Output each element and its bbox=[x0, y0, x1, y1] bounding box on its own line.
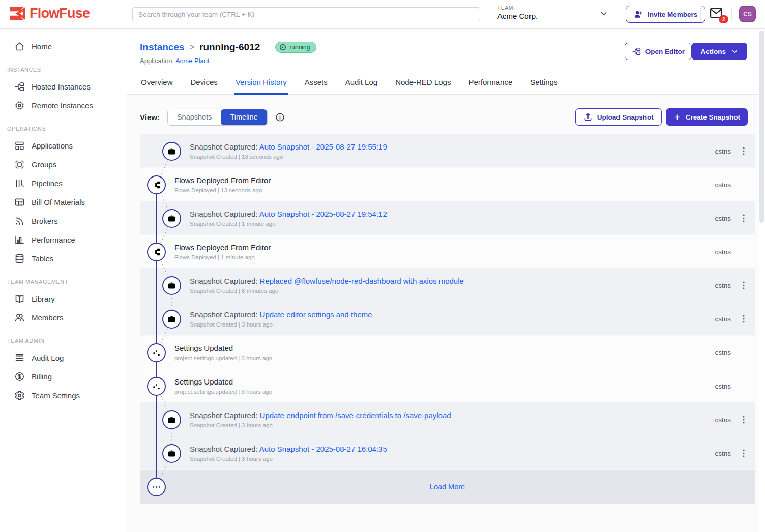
team-selector[interactable]: TEAM: Acme Corp. bbox=[497, 5, 538, 20]
camera-icon bbox=[162, 276, 181, 295]
tab-assets[interactable]: Assets bbox=[304, 73, 329, 95]
tab-version-history[interactable]: Version History bbox=[234, 73, 288, 95]
open-editor-button[interactable]: Open Editor bbox=[625, 43, 692, 60]
snapshot-link[interactable]: Update editor settings and theme bbox=[260, 310, 372, 319]
timeline-panel: Snapshot Captured: Auto Snapshot - 2025-… bbox=[140, 134, 755, 504]
timeline-row-snapshot: Snapshot Captured: Auto Snapshot - 2025-… bbox=[140, 201, 755, 235]
create-snapshot-label: Create Snapshot bbox=[686, 113, 740, 121]
kebab-menu-icon[interactable] bbox=[739, 415, 749, 425]
snapshot-link[interactable]: Auto Snapshot - 2025-08-27 19:55:19 bbox=[259, 142, 387, 151]
upload-snapshot-label: Upload Snapshot bbox=[597, 113, 654, 121]
sidebar-item-applications[interactable]: Applications bbox=[0, 136, 126, 155]
kebab-menu-icon[interactable] bbox=[739, 146, 749, 156]
toggle-snapshots[interactable]: Snapshots bbox=[168, 109, 221, 125]
home-icon bbox=[14, 41, 25, 52]
actions-button[interactable]: Actions bbox=[692, 43, 747, 60]
info-icon[interactable] bbox=[275, 112, 285, 122]
actions-label: Actions bbox=[700, 48, 726, 55]
snapshot-link[interactable]: Update endpoint from /save-credentials t… bbox=[260, 411, 451, 420]
camera-icon bbox=[162, 410, 181, 429]
timeline-row-user: cstns bbox=[715, 147, 731, 155]
sliders-icon bbox=[147, 343, 166, 362]
notifications-button[interactable]: 2 bbox=[709, 7, 723, 19]
flowfuse-logo[interactable]: FlowFuse bbox=[9, 6, 90, 21]
timeline-row-meta: project.settings.updated | 3 hours ago bbox=[174, 355, 755, 361]
breadcrumb-separator: > bbox=[190, 43, 194, 52]
list-lines-icon bbox=[14, 352, 25, 363]
sidebar-item-hosted-instances[interactable]: Hosted Instances bbox=[0, 77, 126, 96]
snapshot-link[interactable]: Replaced @flowfuse/node-red-dashboard wi… bbox=[260, 277, 464, 285]
status-label: running bbox=[289, 44, 310, 51]
timeline-row-title: Snapshot Captured: Update editor setting… bbox=[190, 310, 755, 319]
scrollbar-thumb[interactable] bbox=[759, 31, 764, 223]
snapshot-title-prefix: Snapshot Captured: bbox=[190, 142, 259, 151]
invite-members-button[interactable]: Invite Members bbox=[626, 6, 705, 23]
sidebar-item-home[interactable]: Home bbox=[0, 37, 126, 56]
version-history-body: View: Snapshots Timeline Upload Snapshot bbox=[127, 95, 758, 532]
timeline-row-snapshot: Snapshot Captured: Auto Snapshot - 2025-… bbox=[140, 134, 755, 168]
timeline-row-title: Flows Deployed From Editor bbox=[174, 243, 755, 252]
flowfuse-logo-icon bbox=[9, 6, 25, 21]
tab-settings[interactable]: Settings bbox=[529, 73, 558, 95]
timeline-row-user: cstns bbox=[715, 315, 731, 323]
play-circle-icon bbox=[279, 44, 286, 51]
upload-snapshot-button[interactable]: Upload Snapshot bbox=[575, 108, 662, 126]
kebab-menu-icon[interactable] bbox=[739, 213, 749, 223]
create-snapshot-button[interactable]: Create Snapshot bbox=[666, 108, 748, 126]
application-link[interactable]: Acme Plant bbox=[175, 57, 209, 65]
brand-wordmark: FlowFuse bbox=[30, 6, 90, 21]
sliders-icon bbox=[147, 377, 166, 396]
timeline-row-title: Snapshot Captured: Replaced @flowfuse/no… bbox=[190, 277, 755, 285]
sidebar-item-performance[interactable]: Performance bbox=[0, 230, 126, 249]
sidebar-item-label: Hosted Instances bbox=[32, 82, 91, 91]
sidebar-item-library[interactable]: Library bbox=[0, 289, 126, 308]
main-content: Instances > running-6012 running Applica… bbox=[127, 29, 758, 532]
sidebar-item-label: Bill Of Materials bbox=[32, 198, 85, 206]
toggle-timeline[interactable]: Timeline bbox=[221, 109, 267, 125]
chevron-down-icon bbox=[731, 48, 739, 55]
bar-chart-icon bbox=[14, 234, 25, 245]
header-divider bbox=[731, 7, 732, 21]
instance-header: Instances > running-6012 running Applica… bbox=[127, 29, 758, 65]
team-label: TEAM: bbox=[497, 5, 538, 11]
kebab-menu-icon[interactable] bbox=[739, 314, 749, 324]
sidebar-item-label: Performance bbox=[32, 235, 75, 244]
kebab-menu-icon[interactable] bbox=[739, 448, 749, 458]
team-chevron-down-icon[interactable] bbox=[599, 9, 608, 18]
sidebar-item-groups[interactable]: Groups bbox=[0, 155, 126, 174]
tab-overview[interactable]: Overview bbox=[140, 73, 174, 95]
sidebar-item-remote-instances[interactable]: Remote Instances bbox=[0, 96, 126, 115]
team-search-input[interactable] bbox=[132, 7, 480, 21]
tab-performance[interactable]: Performance bbox=[467, 73, 513, 95]
upload-icon bbox=[583, 112, 593, 122]
sidebar-item-team-settings[interactable]: Team Settings bbox=[0, 386, 126, 405]
header-divider bbox=[617, 7, 617, 21]
tab-audit-log[interactable]: Audit Log bbox=[344, 73, 378, 95]
sidebar-item-bill-of-materials[interactable]: Bill Of Materials bbox=[0, 193, 126, 212]
sidebar-item-pipelines[interactable]: Pipelines bbox=[0, 174, 126, 193]
timeline-row-meta: Flows Deployed | 1 minute ago bbox=[174, 254, 755, 260]
tab-devices[interactable]: Devices bbox=[190, 73, 219, 95]
team-name: Acme Corp. bbox=[497, 12, 538, 20]
kebab-menu-icon[interactable] bbox=[739, 280, 749, 290]
sidebar-item-members[interactable]: Members bbox=[0, 308, 126, 327]
sidebar-item-label: Team Settings bbox=[32, 391, 80, 400]
timeline-row-deploy: Flows Deployed From EditorFlows Deployed… bbox=[140, 235, 755, 269]
open-editor-label: Open Editor bbox=[645, 48, 685, 55]
snapshot-link[interactable]: Auto Snapshot - 2025-08-27 19:54:12 bbox=[259, 210, 387, 218]
sidebar-item-label: Members bbox=[32, 313, 64, 322]
sidebar-item-audit-log[interactable]: Audit Log bbox=[0, 348, 126, 367]
page-scrollbar[interactable] bbox=[758, 29, 765, 532]
sidebar-item-tables[interactable]: Tables bbox=[0, 249, 126, 268]
sidebar-item-billing[interactable]: Billing bbox=[0, 367, 126, 386]
sidebar-item-brokers[interactable]: Brokers bbox=[0, 212, 126, 230]
tab-node-red-logs[interactable]: Node-RED Logs bbox=[394, 73, 452, 95]
load-more-link[interactable]: Load More bbox=[430, 483, 465, 491]
user-avatar[interactable]: CS bbox=[739, 6, 756, 22]
dollar-circle-icon bbox=[14, 371, 25, 382]
breadcrumb-instances-link[interactable]: Instances bbox=[140, 42, 185, 53]
snapshot-link[interactable]: Auto Snapshot - 2025-08-27 16:04:35 bbox=[259, 445, 387, 453]
sidebar-item-label: Home bbox=[32, 42, 52, 51]
projects-icon bbox=[632, 47, 641, 56]
timeline-row-meta: project.settings.updated | 3 hours ago bbox=[174, 389, 755, 395]
